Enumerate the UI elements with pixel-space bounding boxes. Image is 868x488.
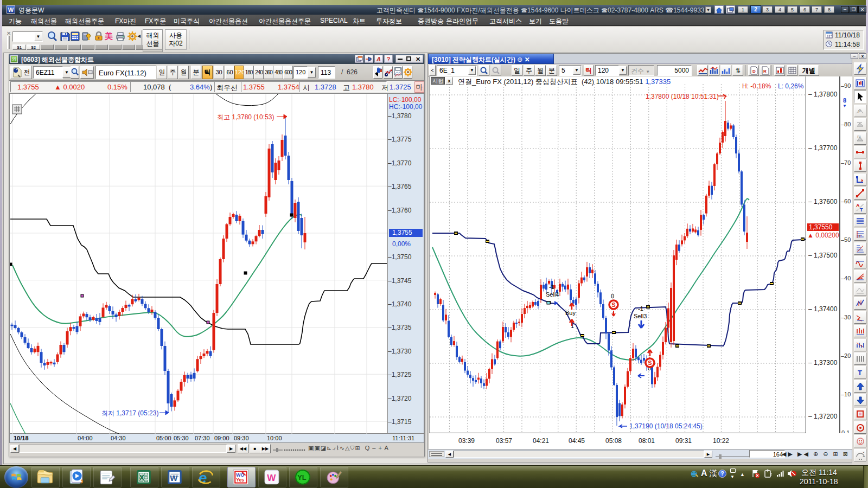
svg-text:-1: -1 — [638, 305, 643, 312]
svg-text:H: -0,18%: H: -0,18% — [742, 82, 771, 90]
svg-text:A: A — [856, 203, 860, 208]
svg-text:0: 0 — [611, 293, 614, 299]
svg-text:S: S — [648, 359, 652, 366]
svg-text:최고 1,3780 (10:53): 최고 1,3780 (10:53) — [217, 113, 274, 121]
svg-text:1,37190 (10/18 05:24:45): 1,37190 (10/18 05:24:45) — [629, 422, 703, 430]
svg-text:X: X — [139, 473, 144, 482]
svg-text:T: T — [860, 207, 863, 213]
svg-text:최저 1,3717 (05:23): 최저 1,3717 (05:23) — [101, 409, 158, 417]
svg-text:RL: RL — [857, 135, 862, 139]
svg-text:W: W — [267, 473, 276, 483]
svg-text:P: P — [858, 109, 861, 114]
svg-text:1,37800 (10/18 10:51:31): 1,37800 (10/18 10:51:31) — [646, 93, 719, 100]
svg-text:YL: YL — [297, 473, 307, 481]
svg-text:D: D — [752, 69, 756, 74]
svg-text:▾: ▾ — [93, 72, 93, 76]
svg-text:f: f — [859, 234, 860, 238]
svg-text:美: 美 — [104, 31, 113, 41]
svg-text:S: S — [611, 301, 615, 308]
svg-text:R: R — [763, 69, 767, 74]
svg-text:W: W — [170, 473, 178, 483]
svg-text:L: 0,26%: L: 0,26% — [778, 82, 804, 90]
svg-text:Yes: Yes — [236, 477, 244, 483]
svg-text:Sell4: Sell4 — [546, 291, 559, 298]
svg-text:Sell3: Sell3 — [634, 313, 647, 319]
svg-text:Buy: Buy — [565, 310, 576, 316]
svg-text:-1: -1 — [549, 284, 554, 290]
svg-text:T: T — [858, 369, 862, 377]
